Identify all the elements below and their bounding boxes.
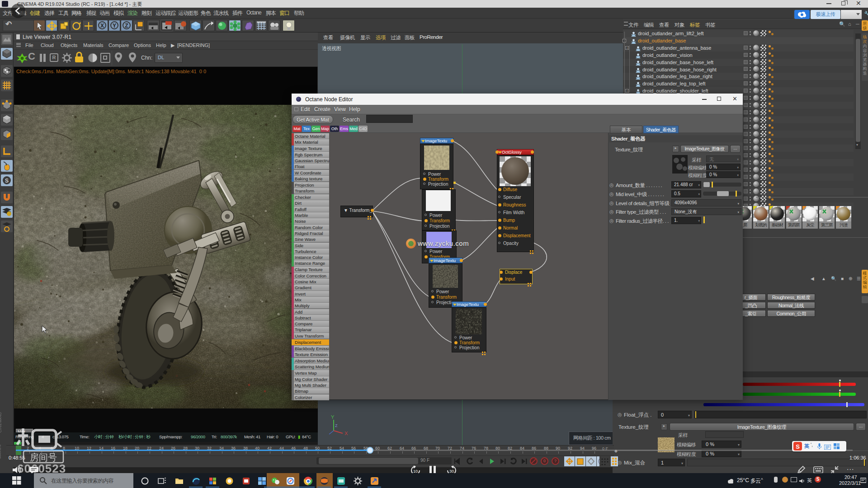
svg-text:X: X [344, 431, 348, 436]
svg-text:S: S [5, 178, 9, 184]
svg-text:Z: Z [335, 423, 338, 428]
svg-text:房间号: 房间号 [30, 452, 57, 462]
svg-text:6060523: 6060523 [17, 462, 66, 474]
svg-text:S: S [796, 443, 800, 450]
svg-text:Y: Y [331, 414, 335, 420]
